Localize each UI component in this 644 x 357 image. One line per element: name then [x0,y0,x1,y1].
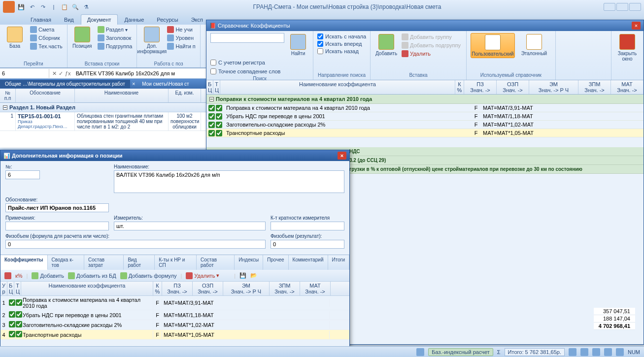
maximize-button[interactable] [616,3,628,11]
pos-tab[interactable]: Комментарий [289,255,328,270]
ref-row-chk-bc[interactable] [208,105,215,111]
tb-delete[interactable]: Удалить ▾ [186,272,219,279]
smeta-button[interactable]: Смета [29,26,64,33]
inp-fvol-f[interactable] [5,240,266,249]
qat-redo-icon[interactable]: ↷ [38,2,47,11]
section-button[interactable]: Раздел ▾ [96,26,134,33]
chk-case[interactable]: С учетом регистра [210,59,265,66]
inp-mult[interactable] [271,222,344,230]
qat-undo-icon[interactable]: ↶ [28,2,36,11]
doc-tab-2[interactable]: Мои сметы\Новая ст [137,80,194,88]
pos-tab[interactable]: Сводка к-тов [48,255,84,270]
pos-tab[interactable]: Вид работ [124,255,155,270]
status-icon-4[interactable] [592,348,600,356]
accept-fx-icon[interactable]: ✓ [59,70,63,77]
findin-button[interactable]: Найти п [166,42,197,50]
ref-user-handbook[interactable]: Пользовательский [471,33,515,58]
ref-row-chk-tc[interactable] [216,122,222,128]
ref-close-button[interactable]: × [632,22,641,30]
chk-forward[interactable]: Искать вперед [317,40,366,47]
pos-close-button[interactable]: × [338,152,346,160]
ref-section-row[interactable]: −Поправки к стоимости материалов на 4 кв… [206,95,644,104]
header-button[interactable]: Заголовок [96,34,134,42]
ref-add-button[interactable]: Добавить [374,33,398,57]
tb-k1[interactable] [4,272,11,279]
tab-document[interactable]: Документ [81,14,118,25]
extra-info-button[interactable]: Доп. информация [140,26,164,55]
pos-tab[interactable]: Индексы [235,255,263,270]
ref-row-chk-bc[interactable] [208,122,215,128]
ref-close-window-button[interactable]: Закрыть окно [615,33,639,63]
chk-from-start[interactable]: Искать с начала [317,33,366,40]
tb-add[interactable]: Добавить [32,272,64,279]
pos-tab[interactable]: Коэффициенты [0,255,48,270]
doc-tab-close-icon[interactable]: × [130,81,137,87]
pos-tab[interactable]: К-ты к НР и СП [155,255,197,270]
tb-k2[interactable]: к% [15,273,23,279]
ref-row-chk-tc[interactable] [216,105,222,111]
tb-add-db[interactable]: Добавить из БД [68,272,116,279]
pos-tab[interactable]: Состав затрат [84,255,124,270]
close-button[interactable] [629,3,641,11]
qat-save-icon[interactable]: 💾 [17,2,26,11]
ref-row-chk-bc[interactable] [208,113,215,120]
tab-resources[interactable]: Ресурсы [151,15,184,25]
status-icon-2[interactable] [569,348,576,356]
pos-grid-row[interactable]: 4Транспортные расходыFМАТ=МАТ*1,05-МАТ [0,330,349,340]
ref-delete[interactable]: Удалить [400,50,462,58]
pos-grid-row[interactable]: 1Поправка к стоимости материала на 4 ква… [0,296,349,310]
base-button[interactable]: База [3,26,27,50]
ref-row[interactable]: Убрать НДС при переводе в цены 2001FМАТ=… [206,112,644,121]
chk-backward[interactable]: Искать назад [317,48,366,55]
qat-find-icon[interactable]: 🔍 [71,2,80,11]
tb-open-icon[interactable]: 📂 [250,272,257,279]
ref-row[interactable]: Заготовительно-складские расходы 2%FМАТ=… [206,121,644,129]
inp-basis[interactable] [5,203,109,212]
inp-notes[interactable] [5,222,109,230]
status-icon-6[interactable] [616,348,624,356]
qat-filter-icon[interactable]: ⚗ [82,2,91,11]
tab-view[interactable]: Вид [58,15,80,25]
pos-tab[interactable]: Прочее [263,255,288,270]
inp-no[interactable] [5,170,40,179]
ref-row[interactable]: Транспортные расходыFМАТ=МАТ*1,05-МАТ [206,129,644,137]
techpart-button[interactable]: Тех.часть [29,42,64,50]
pos-grid-row[interactable]: 3Заготовительно-складские расходы 2%FМАТ… [0,320,349,330]
inp-fvol-r[interactable] [271,240,344,249]
level-button[interactable]: Уровен [166,34,197,42]
ref-add-group[interactable]: Добавить группу [400,33,462,41]
status-icon-5[interactable] [604,348,612,356]
inp-unit[interactable] [114,222,266,230]
tb-add-formula[interactable]: Добавить формулу [120,272,177,279]
ref-find-button[interactable]: Найти [287,33,309,57]
tab-main[interactable]: Главная [25,15,57,25]
position-button[interactable]: Позиция [70,26,94,50]
ref-row[interactable]: Поправка к стоимости материала на 4 квар… [206,104,644,112]
ref-row-chk-tc[interactable] [216,113,222,120]
tab-export[interactable]: Эксп [185,15,209,25]
cell-reference-input[interactable] [0,69,49,78]
minimize-button[interactable] [604,3,615,11]
ref-etalon-handbook[interactable]: Эталонный [517,33,551,57]
chk-exact[interactable]: Точное совпадение слов [210,68,280,75]
collapse-icon[interactable]: − [3,105,7,110]
ref-row-chk-tc[interactable] [216,130,222,136]
ref-search-input[interactable] [210,33,284,43]
ref-add-subgroup[interactable]: Добавить подгруппу [400,41,462,49]
tb-move-icon[interactable] [223,272,230,279]
cancel-fx-icon[interactable]: ✕ [52,70,57,77]
ref-row-chk-bc[interactable] [208,130,215,136]
tab-data[interactable]: Данные [119,15,150,25]
pos-tab[interactable]: Итоги [328,255,349,270]
status-calc-mode[interactable]: Баз.-индексный расчет [428,348,493,356]
qat-copy-icon[interactable]: 📋 [60,2,69,11]
status-icon-3[interactable] [580,348,588,356]
status-icon-1[interactable] [416,348,424,356]
pos-grid-row[interactable]: 2Убрать НДС при переводе в цены 2001FМАТ… [0,310,349,320]
pos-tab[interactable]: Состав работ [197,255,235,270]
ignore-button[interactable]: Не учи [166,26,197,33]
tb-save-icon[interactable]: 💾 [239,272,246,279]
fx-icon[interactable]: ƒx [65,70,71,77]
doc-tab-1[interactable]: Общие …\Материалы для общестроительных р… [0,80,130,88]
sbornik-button[interactable]: Сборник [29,34,64,42]
